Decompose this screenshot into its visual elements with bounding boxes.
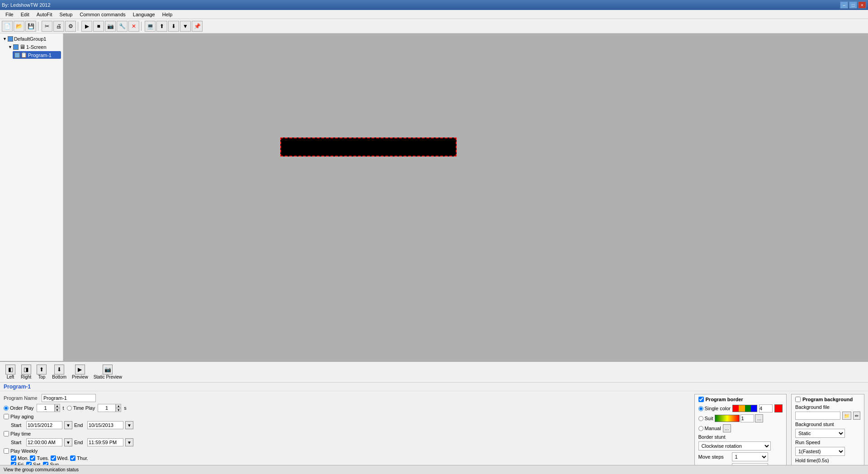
left-view-button[interactable]: ◧ Left xyxy=(4,364,17,380)
group-checkbox[interactable] xyxy=(8,36,13,42)
sidebar-item-defaultgroup[interactable]: ▼ DefaultGroup1 xyxy=(2,35,61,43)
right-view-button[interactable]: ◨ Right xyxy=(19,364,33,380)
background-section: Program background Background file 📁 ✏ B… xyxy=(791,394,864,474)
time-up[interactable]: ▲ xyxy=(116,404,121,408)
play-aging-label[interactable]: Play aging xyxy=(4,414,33,419)
suit-radio-label[interactable]: Suit xyxy=(698,416,713,421)
download-button[interactable]: ⬇ xyxy=(168,21,179,32)
menu-file[interactable]: File xyxy=(2,11,17,18)
time-down[interactable]: ▼ xyxy=(116,408,121,412)
static-preview-button[interactable]: 📷 Static Preview xyxy=(92,364,124,380)
tool-button[interactable]: 🔧 xyxy=(117,21,127,32)
single-color-value[interactable] xyxy=(759,404,773,412)
play-weekly-label[interactable]: Play Weekly xyxy=(4,448,38,454)
menu-common[interactable]: Common commands xyxy=(76,11,129,18)
print-button[interactable]: 🖨 xyxy=(53,21,64,32)
aging-end-input[interactable] xyxy=(87,421,123,429)
time-play-value[interactable] xyxy=(98,404,116,412)
name-input[interactable] xyxy=(42,394,96,402)
dropdown-button[interactable]: ▼ xyxy=(180,21,191,32)
time-play-radio[interactable] xyxy=(67,406,72,411)
time-start-input[interactable] xyxy=(26,438,62,446)
photo-button[interactable]: 📷 xyxy=(105,21,116,32)
close-button[interactable]: × xyxy=(858,1,866,9)
single-color-radio[interactable] xyxy=(698,406,703,411)
window-controls[interactable]: – □ × xyxy=(840,1,866,9)
play-aging-checkbox[interactable] xyxy=(4,414,9,419)
cancel-button[interactable]: ✕ xyxy=(128,21,139,32)
manual-btn[interactable]: … xyxy=(723,424,731,432)
menu-setup[interactable]: Setup xyxy=(56,11,76,18)
tues-checkbox[interactable] xyxy=(30,455,35,461)
bottom-view-button[interactable]: ⬇ Bottom xyxy=(50,364,68,380)
sidebar-item-program[interactable]: 📋 Program-1 xyxy=(13,51,61,59)
screen-checkbox[interactable] xyxy=(13,44,19,50)
menu-help[interactable]: Help xyxy=(159,11,176,18)
time-spin-btns[interactable]: ▲ ▼ xyxy=(116,404,121,412)
order-play-spin-btns[interactable]: ▲ ▼ xyxy=(55,404,60,412)
minimize-button[interactable]: – xyxy=(840,1,848,9)
wed-label[interactable]: Wed. xyxy=(51,455,69,461)
menu-autofit[interactable]: AutoFit xyxy=(33,11,56,18)
play-time-label[interactable]: Play time xyxy=(4,431,31,436)
order-play-value[interactable] xyxy=(37,404,55,412)
time-start-btn[interactable]: ▼ xyxy=(64,438,72,446)
thur-checkbox[interactable] xyxy=(70,455,75,461)
aging-start-btn[interactable]: ▼ xyxy=(64,421,72,429)
bg-stunt-select[interactable]: Static xyxy=(795,429,845,438)
bg-file-btn[interactable]: 📁 xyxy=(842,412,851,420)
order-play-radio-label[interactable]: Order Play xyxy=(4,405,34,411)
program-checkbox[interactable] xyxy=(14,52,20,58)
border-title: Program border xyxy=(706,397,743,402)
settings-button[interactable]: ⚙ xyxy=(65,21,76,32)
suit-value[interactable] xyxy=(741,414,754,422)
mon-checkbox[interactable] xyxy=(11,455,16,461)
preview-button[interactable]: ▶ Preview xyxy=(70,364,90,380)
suit-btn[interactable]: … xyxy=(755,414,763,422)
time-play-radio-label[interactable]: Time Play xyxy=(67,405,95,411)
bg-file-input[interactable] xyxy=(795,412,840,420)
mon-label[interactable]: Mon. xyxy=(11,455,28,461)
suit-radio[interactable] xyxy=(698,416,703,421)
play-weekly-row: Play Weekly xyxy=(4,448,690,454)
save-button[interactable]: 💾 xyxy=(25,21,36,32)
bg-enabled-checkbox[interactable] xyxy=(795,397,801,402)
single-color-radio-label[interactable]: Single color xyxy=(698,406,731,411)
order-down[interactable]: ▼ xyxy=(55,408,60,412)
new-button[interactable]: 📄 xyxy=(2,21,13,32)
thur-label[interactable]: Thur. xyxy=(70,455,88,461)
order-up[interactable]: ▲ xyxy=(55,404,60,408)
aging-start-input[interactable] xyxy=(26,421,62,429)
sidebar-item-screen[interactable]: ▼ 🖥 1-Screen xyxy=(7,43,61,51)
stop-button[interactable]: ■ xyxy=(93,21,104,32)
border-stunt-select[interactable]: Clockwise rotation xyxy=(698,441,771,450)
play-weekly-checkbox[interactable] xyxy=(4,448,9,454)
order-play-radio[interactable] xyxy=(4,406,9,411)
bg-stunt-row: Background stunt xyxy=(795,422,860,427)
pin-button[interactable]: 📌 xyxy=(192,21,203,32)
aging-end-btn[interactable]: ▼ xyxy=(125,421,133,429)
open-button[interactable]: 📂 xyxy=(14,21,24,32)
play-button[interactable]: ▶ xyxy=(81,21,92,32)
maximize-button[interactable]: □ xyxy=(849,1,857,9)
status-bar: View the group communication status xyxy=(0,465,868,474)
tues-label[interactable]: Tues. xyxy=(30,455,49,461)
upload-button[interactable]: ⬆ xyxy=(156,21,167,32)
time-end-input[interactable] xyxy=(87,438,123,446)
wed-checkbox[interactable] xyxy=(51,455,56,461)
move-steps-select[interactable]: 1 xyxy=(732,452,768,461)
top-view-button[interactable]: ⬆ Top xyxy=(35,364,48,380)
manual-radio-label[interactable]: Manual xyxy=(698,426,721,431)
border-enabled-checkbox[interactable] xyxy=(698,397,704,402)
menu-language[interactable]: Language xyxy=(129,11,159,18)
menu-edit[interactable]: Edit xyxy=(17,11,33,18)
bg-run-speed-select[interactable]: 1(Fastest) xyxy=(795,447,845,456)
manual-radio[interactable] xyxy=(698,426,703,431)
bg-edit-btn[interactable]: ✏ xyxy=(853,412,860,420)
color-swatch[interactable] xyxy=(774,404,783,412)
cut-button[interactable]: ✂ xyxy=(42,21,52,32)
play-time-checkbox[interactable] xyxy=(4,431,9,436)
time-end-btn[interactable]: ▼ xyxy=(125,438,133,446)
monitor-button[interactable]: 💻 xyxy=(145,21,156,32)
bg-title: Program background xyxy=(802,397,853,402)
